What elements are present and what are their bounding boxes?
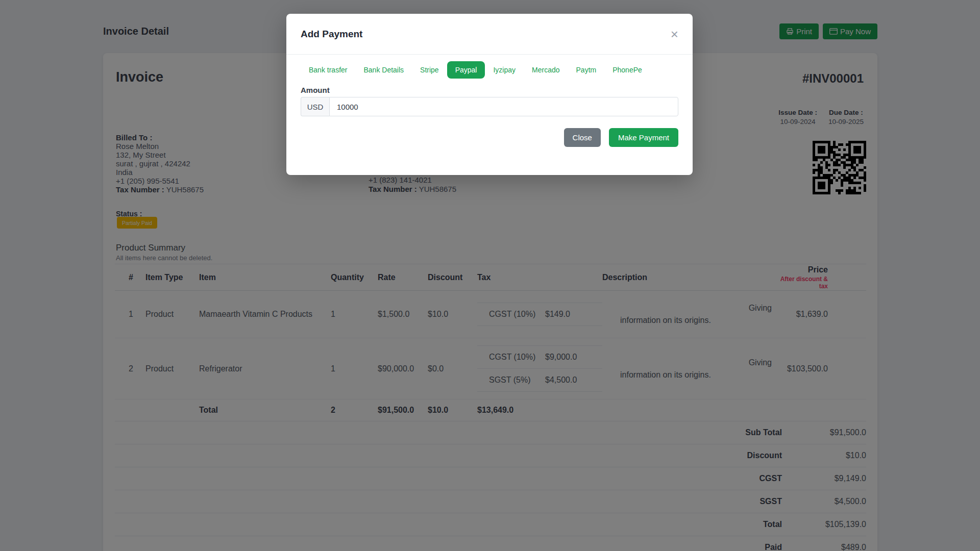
tab-bank-transfer[interactable]: Bank trasfer: [301, 61, 355, 79]
currency-prefix: USD: [301, 97, 329, 116]
add-payment-modal: Add Payment × Bank trasfer Bank Details …: [286, 14, 693, 175]
tab-paypal[interactable]: Paypal: [447, 61, 485, 79]
make-payment-button[interactable]: Make Payment: [609, 128, 678, 147]
tab-iyzipay[interactable]: Iyzipay: [485, 61, 524, 79]
close-icon[interactable]: ×: [671, 28, 678, 41]
invoice-detail-page: Invoice Detail Print Pay Now Invoice #IN…: [0, 0, 980, 551]
modal-header: Add Payment ×: [286, 14, 693, 55]
close-button[interactable]: Close: [564, 128, 601, 147]
modal-footer: Close Make Payment: [286, 116, 693, 147]
tab-stripe[interactable]: Stripe: [412, 61, 447, 79]
tab-bank-details[interactable]: Bank Details: [355, 61, 412, 79]
tab-phonepe[interactable]: PhonePe: [604, 61, 650, 79]
tab-paytm[interactable]: Paytm: [568, 61, 605, 79]
modal-body: Bank trasfer Bank Details Stripe Paypal …: [286, 55, 693, 116]
payment-method-tabs: Bank trasfer Bank Details Stripe Paypal …: [301, 61, 678, 79]
amount-input-group: USD: [301, 97, 678, 116]
tab-mercado[interactable]: Mercado: [524, 61, 568, 79]
modal-title: Add Payment: [301, 29, 362, 40]
amount-label: Amount: [301, 86, 678, 94]
amount-input[interactable]: [329, 97, 678, 116]
